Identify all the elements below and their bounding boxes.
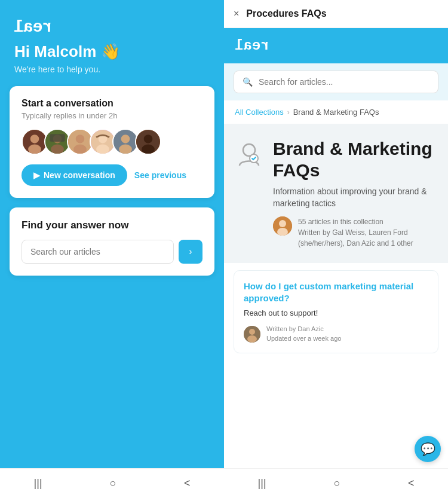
right-top-bar: × Procedures FAQs <box>224 0 448 28</box>
right-search-bar: 🔍 <box>224 63 448 100</box>
right-nav-back-icon[interactable]: < <box>408 477 415 490</box>
svg-point-17 <box>144 135 153 143</box>
search-submit-button[interactable]: › <box>179 240 202 264</box>
svg-point-8 <box>76 135 85 143</box>
right-bottom-nav: ||| ○ < <box>224 468 448 498</box>
right-search-wrap[interactable]: 🔍 <box>234 71 438 93</box>
right-nav-menu-icon[interactable]: ||| <box>258 477 266 490</box>
play-icon: ▶ <box>33 170 40 180</box>
article-meta: Written by Dan Azic Updated over a week … <box>244 325 428 343</box>
conv-card-subtitle: Typically replies in under 2h <box>22 111 202 120</box>
breadcrumb-current: Brand & Marketing FAQs <box>293 108 379 117</box>
left-logo: real <box>14 18 52 36</box>
right-panel: × Procedures FAQs real 🔍 All Collections… <box>224 0 448 498</box>
breadcrumb: All Collections › Brand & Marketing FAQs <box>224 100 448 124</box>
article-meta-text: Written by Dan Azic Updated over a week … <box>266 325 341 343</box>
subtitle: We're here to help you. <box>14 65 210 74</box>
right-nav-home-icon[interactable]: ○ <box>334 477 340 490</box>
collection-icon <box>235 140 263 169</box>
left-logo-wrapper: real <box>14 18 210 36</box>
meta-text: 55 articles in this collection Written b… <box>298 216 437 249</box>
collection-info: Brand & Marketing FAQs Information about… <box>273 138 437 249</box>
search-input[interactable] <box>22 240 174 264</box>
arrow-right-icon: › <box>189 246 192 257</box>
svg-rect-6 <box>50 134 65 142</box>
right-logo: real <box>235 38 269 54</box>
svg-point-15 <box>119 145 132 154</box>
search-row: › <box>22 240 202 264</box>
greeting: Hi Malcolm 👋 <box>14 42 210 61</box>
wave-emoji: 👋 <box>101 42 120 61</box>
right-logo-bar: real <box>224 28 448 63</box>
article-author-avatar <box>244 326 260 343</box>
collection-header: Brand & Marketing FAQs Information about… <box>224 124 448 263</box>
articles-count: 55 articles in this collection <box>298 216 437 227</box>
right-search-input[interactable] <box>259 77 429 87</box>
nav-back-icon[interactable]: < <box>184 477 191 490</box>
svg-point-14 <box>121 135 130 143</box>
svg-point-18 <box>142 145 155 154</box>
conv-card-title: Start a conversation <box>22 98 202 109</box>
left-panel: real Hi Malcolm 👋 We're here to help you… <box>0 0 224 498</box>
article-title[interactable]: How do I get custom marketing material a… <box>244 280 428 304</box>
nav-home-icon[interactable]: ○ <box>110 477 116 490</box>
written-by: Written by Gal Weiss, Lauren Ford (she/h… <box>298 227 437 249</box>
left-bottom-nav: ||| ○ < <box>0 468 224 498</box>
left-header: real Hi Malcolm 👋 We're here to help you… <box>0 0 224 86</box>
search-card: Find your answer now › <box>10 207 214 276</box>
svg-point-25 <box>249 329 255 335</box>
right-panel-title: Procedures FAQs <box>246 8 326 19</box>
avatar-group <box>22 129 202 155</box>
svg-point-26 <box>247 335 257 343</box>
chat-icon: 💬 <box>421 442 435 456</box>
article-written-by: Written by Dan Azic <box>266 325 341 334</box>
collection-title: Brand & Marketing FAQs <box>273 138 437 181</box>
collection-meta: 55 articles in this collection Written b… <box>273 216 437 249</box>
greeting-text: Hi Malcolm <box>14 42 96 61</box>
new-convo-label: New conversation <box>44 170 115 180</box>
see-previous-button[interactable]: See previous <box>134 170 186 180</box>
meta-avatar <box>273 216 292 236</box>
conversation-card: Start a conversation Typically replies i… <box>10 86 214 198</box>
collection-desc: Information about improving your brand &… <box>273 186 437 209</box>
article-excerpt: Reach out to support! <box>244 308 428 317</box>
article-card[interactable]: How do I get custom marketing material a… <box>234 270 438 353</box>
and-other: and 1 other <box>377 239 413 248</box>
svg-point-5 <box>51 145 64 154</box>
svg-point-22 <box>279 220 286 227</box>
breadcrumb-separator: › <box>287 108 290 117</box>
breadcrumb-all-collections[interactable]: All Collections <box>235 108 284 117</box>
svg-point-1 <box>30 135 39 143</box>
search-card-title: Find your answer now <box>22 219 202 231</box>
new-conversation-button[interactable]: ▶ New conversation <box>22 164 127 186</box>
card-actions: ▶ New conversation See previous <box>22 164 202 186</box>
svg-point-12 <box>96 145 109 154</box>
avatar-6 <box>135 129 161 155</box>
svg-point-9 <box>73 145 87 154</box>
nav-menu-icon[interactable]: ||| <box>34 477 42 490</box>
search-icon: 🔍 <box>243 77 253 87</box>
article-updated: Updated over a week ago <box>266 334 341 343</box>
chat-fab-button[interactable]: 💬 <box>415 436 441 462</box>
svg-point-2 <box>28 145 41 154</box>
close-button[interactable]: × <box>234 8 239 19</box>
